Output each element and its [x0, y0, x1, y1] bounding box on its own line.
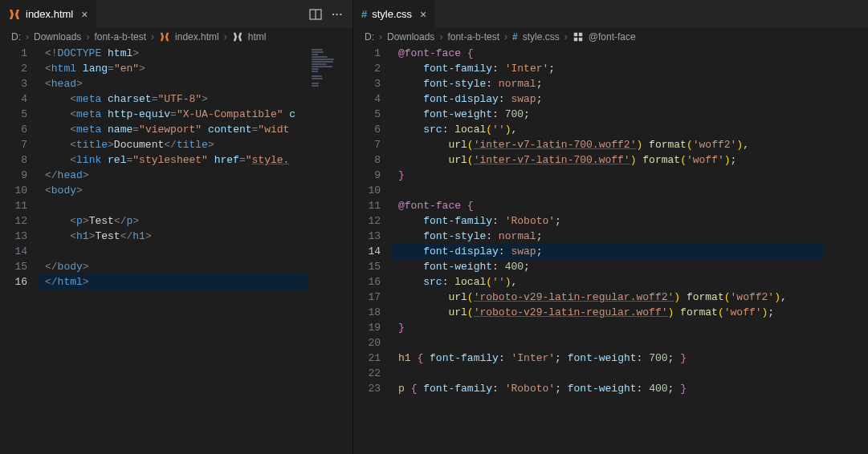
breadcrumb-segment[interactable]: html: [248, 31, 267, 43]
line-number-gutter: 1234567891011121314151617181920212223: [353, 46, 392, 454]
code-line[interactable]: </html>: [39, 274, 308, 290]
symbol-tag-icon: [232, 31, 243, 43]
breadcrumb-segment[interactable]: font-a-b-test: [447, 31, 499, 43]
code-editor[interactable]: 1234567891011121314151617181920212223 @f…: [353, 46, 868, 454]
code-line[interactable]: }: [392, 320, 824, 335]
code-line[interactable]: <title>Document</title>: [39, 137, 308, 152]
line-number: 20: [353, 335, 381, 351]
line-number: 1: [353, 46, 381, 61]
line-number: 23: [353, 381, 381, 396]
code-line[interactable]: </head>: [39, 168, 308, 183]
svg-marker-7: [238, 33, 242, 42]
code-line[interactable]: </body>: [39, 259, 308, 274]
breadcrumb[interactable]: D:› Downloads› font-a-b-test› index.html…: [0, 28, 352, 46]
code-line[interactable]: <head>: [39, 76, 308, 91]
code-line[interactable]: src: local(''),: [392, 122, 824, 137]
code-editor[interactable]: 12345678910111213141516 <!DOCTYPE html><…: [0, 46, 352, 454]
more-actions-icon[interactable]: ···: [332, 8, 343, 20]
code-line[interactable]: font-family: 'Inter';: [392, 61, 824, 76]
html-file-icon: [8, 8, 21, 21]
code-line[interactable]: @font-face {: [392, 46, 824, 61]
line-number: 15: [353, 259, 381, 274]
tab-style-css[interactable]: # style.css ×: [353, 0, 435, 28]
line-number: 10: [353, 183, 381, 198]
code-line[interactable]: <meta http-equiv="X-UA-Compatible" c: [39, 107, 308, 122]
breadcrumb-segment[interactable]: font-a-b-test: [94, 31, 146, 43]
code-line[interactable]: font-weight: 400;: [392, 259, 824, 274]
breadcrumb-segment[interactable]: D:: [11, 31, 21, 43]
code-line[interactable]: url('inter-v7-latin-700.woff') format('w…: [392, 152, 824, 168]
code-line[interactable]: <p>Test</p>: [39, 213, 308, 229]
breadcrumb[interactable]: D:› Downloads› font-a-b-test› # style.cs…: [353, 28, 868, 46]
code-line[interactable]: [392, 183, 824, 198]
code-content[interactable]: <!DOCTYPE html><html lang="en"><head> <m…: [39, 46, 352, 454]
code-line[interactable]: }: [392, 168, 824, 183]
line-number: 1: [0, 46, 27, 61]
code-line[interactable]: font-display: swap;: [392, 244, 824, 259]
code-line[interactable]: [39, 198, 308, 213]
code-content[interactable]: @font-face { font-family: 'Inter'; font-…: [392, 46, 868, 454]
svg-rect-11: [579, 38, 582, 41]
breadcrumb-segment[interactable]: Downloads: [387, 31, 434, 43]
line-number: 5: [0, 107, 27, 122]
breadcrumb-segment[interactable]: @font-face: [589, 31, 636, 43]
svg-marker-5: [165, 33, 169, 42]
svg-rect-8: [574, 33, 577, 36]
close-tab-icon[interactable]: ×: [81, 8, 88, 21]
line-number: 19: [353, 320, 381, 335]
svg-rect-10: [574, 38, 577, 41]
breadcrumb-segment[interactable]: index.html: [175, 31, 219, 43]
line-number: 3: [353, 76, 381, 91]
code-line[interactable]: <link rel="stylesheet" href="style.: [39, 152, 308, 168]
code-line[interactable]: font-family: 'Roboto';: [392, 213, 824, 229]
code-line[interactable]: [39, 244, 308, 259]
code-line[interactable]: src: local(''),: [392, 274, 824, 290]
code-line[interactable]: <h1>Test</h1>: [39, 229, 308, 244]
code-line[interactable]: <meta name="viewport" content="widt: [39, 122, 308, 137]
line-number: 7: [0, 137, 27, 152]
breadcrumb-segment[interactable]: D:: [365, 31, 374, 43]
editor-pane-right: # style.css × D:› Downloads› font-a-b-te…: [353, 0, 868, 454]
line-number: 9: [0, 168, 27, 183]
svg-marker-0: [10, 10, 14, 19]
code-line[interactable]: <body>: [39, 183, 308, 198]
code-line[interactable]: font-display: swap;: [392, 91, 824, 107]
code-line[interactable]: url('inter-v7-latin-700.woff2') format('…: [392, 137, 824, 152]
minimap[interactable]: [308, 46, 352, 454]
tab-bar: index.html × ···: [0, 0, 352, 28]
html-file-icon: [159, 31, 170, 43]
line-number: 4: [353, 91, 381, 107]
code-line[interactable]: font-style: normal;: [392, 229, 824, 244]
tab-label: style.css: [372, 8, 412, 20]
line-number: 15: [0, 259, 27, 274]
code-line[interactable]: <html lang="en">: [39, 61, 308, 76]
code-line[interactable]: [392, 335, 824, 351]
tab-index-html[interactable]: index.html ×: [0, 0, 96, 28]
code-line[interactable]: @font-face {: [392, 198, 824, 213]
code-line[interactable]: p { font-family: 'Roboto'; font-weight: …: [392, 381, 824, 396]
code-line[interactable]: font-weight: 700;: [392, 107, 824, 122]
svg-marker-6: [234, 33, 237, 42]
code-line[interactable]: <!DOCTYPE html>: [39, 46, 308, 61]
code-line[interactable]: h1 { font-family: 'Inter'; font-weight: …: [392, 351, 824, 366]
breadcrumb-segment[interactable]: style.css: [523, 31, 560, 43]
code-line[interactable]: url('roboto-v29-latin-regular.woff') for…: [392, 305, 824, 320]
close-tab-icon[interactable]: ×: [420, 8, 426, 21]
split-editor-icon[interactable]: [309, 8, 322, 21]
symbol-atrule-icon: [573, 31, 584, 43]
code-line[interactable]: font-style: normal;: [392, 76, 824, 91]
line-number: 8: [353, 152, 381, 168]
line-number: 12: [0, 213, 27, 229]
breadcrumb-segment[interactable]: Downloads: [34, 31, 81, 43]
line-number: 22: [353, 366, 381, 381]
line-number: 6: [0, 122, 27, 137]
line-number: 18: [353, 305, 381, 320]
line-number: 16: [353, 274, 381, 290]
line-number: 12: [353, 213, 381, 229]
code-line[interactable]: [392, 366, 824, 381]
tab-actions: ···: [300, 8, 352, 21]
line-number: 13: [0, 229, 27, 244]
code-line[interactable]: url('roboto-v29-latin-regular.woff2') fo…: [392, 290, 824, 305]
line-number: 16: [0, 274, 27, 290]
code-line[interactable]: <meta charset="UTF-8">: [39, 91, 308, 107]
